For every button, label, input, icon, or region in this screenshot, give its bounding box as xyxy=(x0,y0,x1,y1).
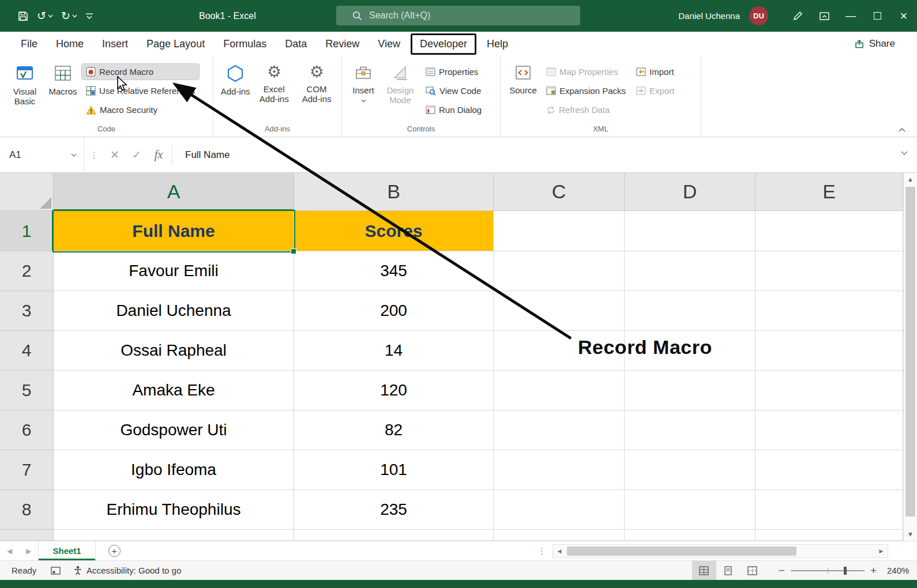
cell-D6[interactable] xyxy=(625,410,756,450)
redo-button[interactable]: ↻ xyxy=(61,10,77,21)
record-macro-status-button[interactable] xyxy=(51,566,61,575)
tab-view[interactable]: View xyxy=(369,33,409,55)
column-header-E[interactable]: E xyxy=(756,173,903,211)
tab-formulas[interactable]: Formulas xyxy=(214,33,276,55)
share-button[interactable]: Share xyxy=(854,32,895,56)
sheet-tab-sheet1[interactable]: Sheet1 xyxy=(38,541,95,560)
vertical-scrollbar[interactable]: ▲ ▼ xyxy=(903,173,917,541)
export-button[interactable]: Export xyxy=(632,83,678,99)
cell-C5[interactable] xyxy=(494,371,625,410)
cell-E6[interactable] xyxy=(756,410,903,450)
com-addins-button[interactable]: ⚙ COM Add-ins xyxy=(296,59,337,104)
save-button[interactable] xyxy=(17,10,29,22)
view-page-layout-button[interactable] xyxy=(716,561,741,580)
horizontal-scrollbar[interactable]: ◀ ▶ xyxy=(553,544,888,558)
tab-home[interactable]: Home xyxy=(47,33,93,55)
avatar[interactable]: DU xyxy=(749,6,768,25)
cell-E1[interactable] xyxy=(756,211,903,251)
zoom-level-button[interactable]: 240% xyxy=(887,566,917,575)
cell-B7[interactable]: 101 xyxy=(294,450,494,490)
cell-A3[interactable]: Daniel Uchenna xyxy=(54,291,294,331)
fill-handle[interactable] xyxy=(291,248,296,254)
addins-button[interactable]: Add-ins xyxy=(219,59,251,104)
cell-E8[interactable] xyxy=(756,490,903,530)
formula-input[interactable]: Full Name xyxy=(175,149,230,161)
expansion-packs-button[interactable]: Expansion Packs xyxy=(542,83,630,99)
cell-D4[interactable] xyxy=(625,331,756,371)
run-dialog-button[interactable]: Run Dialog xyxy=(422,102,486,118)
view-page-break-button[interactable] xyxy=(741,561,765,580)
scroll-up-icon[interactable]: ▲ xyxy=(904,173,917,186)
design-mode-button[interactable]: Design Mode xyxy=(381,59,419,118)
name-box-splitter[interactable]: ⋮ xyxy=(84,150,104,160)
tab-file[interactable]: File xyxy=(12,33,47,55)
row-header-4[interactable]: 4 xyxy=(0,331,54,371)
customize-quick-access-button[interactable] xyxy=(85,13,93,20)
cell-C2[interactable] xyxy=(494,251,625,291)
close-button[interactable]: × xyxy=(890,0,917,32)
cell-A2[interactable]: Favour Emili xyxy=(54,251,294,291)
horizontal-scrollbar-thumb[interactable] xyxy=(567,546,796,556)
cell-C8[interactable] xyxy=(494,490,625,530)
tab-data[interactable]: Data xyxy=(276,33,316,55)
cell-D5[interactable] xyxy=(625,371,756,410)
scroll-down-icon[interactable]: ▼ xyxy=(904,528,917,541)
ribbon-display-options-button[interactable] xyxy=(811,0,837,32)
scroll-left-icon[interactable]: ◀ xyxy=(553,548,566,554)
cell-D1[interactable] xyxy=(625,211,756,251)
vertical-scrollbar-thumb[interactable] xyxy=(905,187,915,517)
cell-B3[interactable]: 200 xyxy=(294,291,494,331)
zoom-slider[interactable] xyxy=(791,570,865,571)
cell-E4[interactable] xyxy=(756,331,903,371)
cell-D8[interactable] xyxy=(625,490,756,530)
insert-control-button[interactable]: Insert xyxy=(348,59,379,118)
import-button[interactable]: Import xyxy=(632,64,678,80)
row-header-3[interactable]: 3 xyxy=(0,291,54,331)
cell-B5[interactable]: 120 xyxy=(294,371,494,410)
select-all-corner[interactable] xyxy=(0,173,54,211)
insert-function-button[interactable]: fx xyxy=(148,137,170,172)
user-name[interactable]: Daniel Uchenna xyxy=(678,11,740,21)
tab-developer[interactable]: Developer xyxy=(411,33,476,55)
new-sheet-button[interactable]: + xyxy=(108,545,121,557)
cell-D2[interactable] xyxy=(625,251,756,291)
maximize-button[interactable] xyxy=(864,0,890,32)
expand-formula-bar-button[interactable] xyxy=(901,151,908,155)
tab-splitter[interactable]: ⋮ xyxy=(538,546,546,556)
sheet-nav-left-icon[interactable]: ◀ xyxy=(0,547,19,555)
enter-entry-button[interactable]: ✓ xyxy=(126,137,148,172)
row-header-5[interactable]: 5 xyxy=(0,371,54,410)
cell-B8[interactable]: 235 xyxy=(294,490,494,530)
cell-D9[interactable] xyxy=(625,530,756,541)
view-code-button[interactable]: View Code xyxy=(422,83,486,99)
row-header-2[interactable]: 2 xyxy=(0,251,54,291)
row-header-6[interactable]: 6 xyxy=(0,410,54,450)
row-header-8[interactable]: 8 xyxy=(0,490,54,530)
cell-C1[interactable] xyxy=(494,211,625,251)
source-button[interactable]: Source xyxy=(506,59,540,118)
cell-A1[interactable]: Full Name xyxy=(54,211,294,251)
row-header-1[interactable]: 1 xyxy=(0,211,54,251)
cell-B1[interactable]: Scores xyxy=(294,211,494,251)
cell-D3[interactable] xyxy=(625,291,756,331)
cell-E9[interactable] xyxy=(756,530,903,541)
cell-B9[interactable] xyxy=(294,530,494,541)
cell-A7[interactable]: Igbo Ifeoma xyxy=(54,450,294,490)
zoom-in-button[interactable]: + xyxy=(870,564,877,577)
name-box[interactable]: A1 xyxy=(0,137,84,172)
accessibility-checker-button[interactable]: Accessibility: Good to go xyxy=(73,566,181,575)
cell-C3[interactable] xyxy=(494,291,625,331)
row-header-7[interactable]: 7 xyxy=(0,450,54,490)
cell-C7[interactable] xyxy=(494,450,625,490)
cell-A6[interactable]: Godspower Uti xyxy=(54,410,294,450)
cell-B2[interactable]: 345 xyxy=(294,251,494,291)
minimize-button[interactable]: — xyxy=(837,0,864,32)
column-header-C[interactable]: C xyxy=(494,173,625,211)
cell-D7[interactable] xyxy=(625,450,756,490)
tab-page-layout[interactable]: Page Layout xyxy=(137,33,214,55)
undo-button[interactable]: ↺ xyxy=(37,10,53,21)
cell-E7[interactable] xyxy=(756,450,903,490)
column-header-D[interactable]: D xyxy=(625,173,756,211)
cell-E3[interactable] xyxy=(756,291,903,331)
use-relative-references-button[interactable]: Use Relative References xyxy=(82,83,199,99)
